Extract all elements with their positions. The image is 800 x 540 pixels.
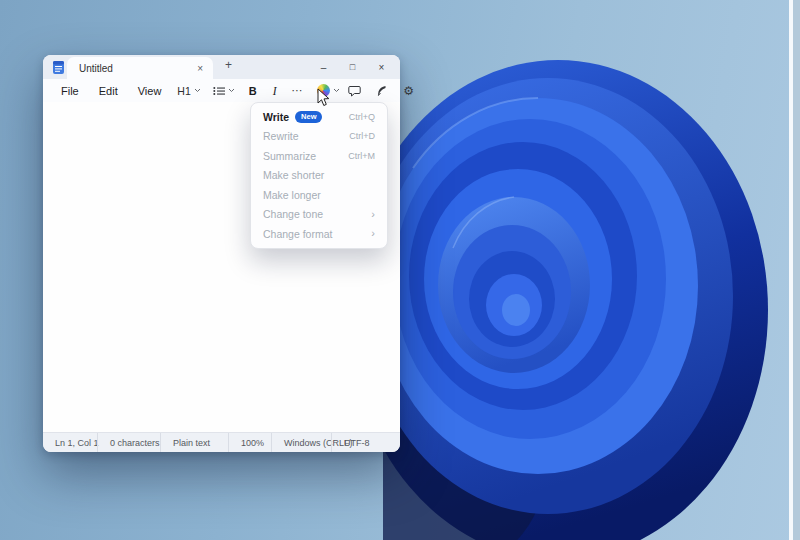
window-controls: – □ × <box>309 55 396 79</box>
feedback-button[interactable] <box>346 82 364 100</box>
menu-item-label: Make shorter <box>263 169 324 181</box>
minimize-button[interactable]: – <box>309 55 338 79</box>
menu-item-write[interactable]: Write New Ctrl+Q <box>251 107 387 127</box>
status-cursor-position: Ln 1, Col 1 <box>43 433 97 452</box>
menu-item-label: Write <box>263 111 289 123</box>
menu-item-summarize[interactable]: Summarize Ctrl+M <box>251 146 387 166</box>
new-badge: New <box>295 111 322 123</box>
menu-item-rewrite[interactable]: Rewrite Ctrl+D <box>251 127 387 147</box>
menu-view[interactable]: View <box>128 83 172 99</box>
chevron-down-icon <box>333 88 340 93</box>
submenu-arrow-icon: › <box>371 209 375 220</box>
menu-item-change-format[interactable]: Change format › <box>251 224 387 244</box>
menu-item-label: Change format <box>263 228 332 240</box>
status-line-ending: Windows (CRLF) <box>271 433 331 452</box>
menu-item-change-tone[interactable]: Change tone › <box>251 205 387 225</box>
notepad-app-icon <box>52 60 65 75</box>
gear-icon: ⚙ <box>403 85 414 97</box>
menu-item-make-longer[interactable]: Make longer <box>251 185 387 205</box>
shortcut-label: Ctrl+D <box>349 131 375 141</box>
quill-pen-icon <box>376 85 387 97</box>
list-style-dropdown[interactable] <box>207 84 241 98</box>
menu-item-label: Summarize <box>263 150 316 162</box>
bloom-flower-wallpaper <box>383 48 788 540</box>
copilot-menu: Write New Ctrl+Q Rewrite Ctrl+D Summariz… <box>250 102 388 249</box>
bold-button[interactable]: B <box>241 83 265 99</box>
new-tab-button[interactable]: + <box>221 58 236 72</box>
shortcut-label: Ctrl+M <box>348 151 375 161</box>
tab-title: Untitled <box>79 63 113 74</box>
status-document-format: Plain text <box>160 433 228 452</box>
mouse-cursor <box>317 88 331 108</box>
close-button[interactable]: × <box>367 55 396 79</box>
status-encoding: UTF-8 <box>331 433 400 452</box>
heading-label: H1 <box>177 85 190 97</box>
menu-item-label: Rewrite <box>263 130 299 142</box>
chevron-down-icon <box>228 88 235 93</box>
menu-item-label: Make longer <box>263 189 321 201</box>
notepad-window: Untitled × + – □ × File Edit View H1 <box>43 55 400 452</box>
tab-close-icon[interactable]: × <box>194 63 206 74</box>
status-bar: Ln 1, Col 1 0 characters Plain text 100%… <box>43 432 400 452</box>
bulleted-list-icon <box>213 86 225 96</box>
menu-toolbar: File Edit View H1 B I ⋯ <box>43 79 400 102</box>
more-formatting-button[interactable]: ⋯ <box>285 82 311 99</box>
maximize-button[interactable]: □ <box>338 55 367 79</box>
titlebar[interactable]: Untitled × + – □ × <box>43 55 400 79</box>
italic-button[interactable]: I <box>265 83 285 99</box>
chevron-down-icon <box>194 88 201 93</box>
rewrite-pen-button[interactable] <box>373 82 391 100</box>
menu-item-make-shorter[interactable]: Make shorter <box>251 166 387 186</box>
chat-bubble-icon <box>348 85 361 97</box>
heading-style-dropdown[interactable]: H1 <box>171 83 206 99</box>
page-scrollbar-track[interactable] <box>793 0 800 540</box>
settings-button[interactable]: ⚙ <box>400 82 418 100</box>
submenu-arrow-icon: › <box>371 228 375 239</box>
menu-file[interactable]: File <box>51 83 89 99</box>
status-zoom-level: 100% <box>228 433 271 452</box>
status-character-count: 0 characters <box>97 433 160 452</box>
desktop-wallpaper: Untitled × + – □ × File Edit View H1 <box>0 0 800 540</box>
tab-untitled[interactable]: Untitled × <box>67 57 213 79</box>
menu-item-label: Change tone <box>263 208 323 220</box>
shortcut-label: Ctrl+Q <box>349 112 375 122</box>
menu-edit[interactable]: Edit <box>89 83 128 99</box>
toolbar-right-icons: ⚙ <box>346 82 418 100</box>
